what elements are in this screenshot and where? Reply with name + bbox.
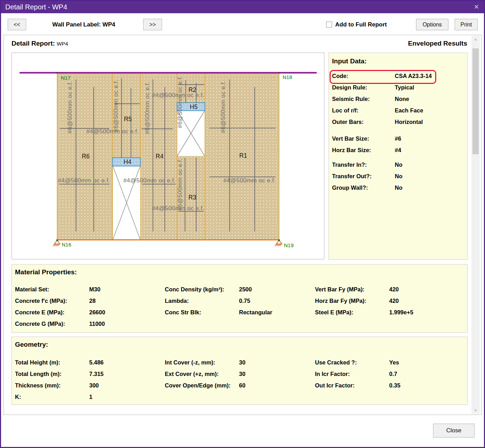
region-label-r6: R6	[82, 153, 90, 160]
row-label: In Icr Factor:	[315, 371, 389, 377]
row-label: Lambda:	[165, 298, 239, 304]
node-n17-dot	[56, 72, 58, 73]
row-value: 5.486	[89, 359, 103, 366]
node-n18-dot	[278, 72, 280, 73]
node-label-n17: N17	[61, 75, 71, 81]
row-label: Conc Str Blk:	[165, 309, 239, 316]
region-label-r5: R5	[124, 116, 132, 123]
add-to-full-report-label: Add to Full Report	[335, 21, 387, 28]
title-bar: Detail Report - WP4 ✕	[1, 1, 484, 13]
close-button[interactable]: Close	[433, 424, 475, 438]
rebar-label: #4@500mm oc e.f.	[223, 177, 276, 184]
row-label: Horz Bar Fy (MPa):	[315, 298, 389, 304]
material-properties-panel: Material Properties: Material Set:M30 Co…	[11, 264, 468, 333]
next-panel-button[interactable]: >>	[143, 19, 162, 30]
detail-report-window: Detail Report - WP4 ✕ << Wall Panel Labe…	[0, 0, 485, 448]
scrollbar-down-icon[interactable]: ▼	[471, 407, 480, 414]
input-data-panel: Input Data: Code:CSA A23.3-14 Design Rul…	[329, 53, 468, 260]
geometry-heading: Geometry:	[15, 341, 48, 348]
options-button[interactable]: Options	[416, 19, 448, 30]
input-row-code: Code:CSA A23.3-14	[332, 73, 432, 80]
row-value: No	[395, 173, 402, 179]
rebar-label: #6@500mm oc e.f.	[177, 76, 183, 128]
scrollbar-up-icon[interactable]: ▲	[471, 36, 480, 43]
row-label: K:	[15, 394, 89, 400]
row-value: 300	[89, 382, 99, 388]
row-value: 26600	[89, 309, 105, 315]
wall-panel-label-value: WP4	[102, 21, 115, 28]
wall-panel-label-text: Wall Panel Label:	[52, 21, 101, 28]
row-value: CSA A23.3-14	[395, 73, 432, 79]
region-label-r2: R2	[188, 86, 196, 93]
row-label: Cover Open/Edge (mm):	[165, 382, 239, 389]
rebar-label: #4@500mm oc e.f.	[58, 177, 110, 184]
rebar-label: #6@500mm oc e.f.	[177, 158, 183, 211]
row-label: Loc of r/f:	[332, 107, 395, 114]
row-value: Yes	[389, 359, 399, 366]
region-label-r3: R3	[188, 194, 196, 201]
opening-label-h5: H5	[190, 103, 198, 110]
geometry-row: Int Cover (-z, mm):30	[165, 359, 311, 366]
geometry-row: Total Height (m):5.486	[15, 359, 161, 366]
material-row: Concrete f'c (MPa):28	[15, 298, 161, 305]
row-label: Material Set:	[15, 286, 89, 293]
rebar-label: #4@500mm oc e.f.	[152, 92, 204, 99]
row-label: Transfer Out?:	[332, 173, 395, 180]
row-label: Seismic Rule:	[332, 96, 395, 102]
material-row: Conc Density (kg/m³):2500	[165, 286, 311, 293]
row-label: Int Cover (-z, mm):	[165, 359, 239, 366]
row-label: Vert Bar Size:	[332, 135, 395, 142]
wall-panel-diagram: #6@500mm oc e.f. #6@500mm oc e.f. #6@500…	[11, 53, 324, 259]
rebar-label: #6@500mm oc e.f.	[67, 81, 73, 133]
row-value: #4	[395, 147, 401, 153]
report-title: Detail Report: WP4	[11, 40, 68, 47]
row-label: Out Icr Factor:	[315, 382, 389, 389]
print-button[interactable]: Print	[455, 19, 478, 30]
window-close-icon[interactable]: ✕	[474, 1, 479, 13]
row-label: Total Length (m):	[15, 371, 89, 377]
row-label: Code:	[332, 73, 395, 79]
material-row: Vert Bar Fy (MPa):420	[315, 286, 465, 293]
input-row-seismic-rule: Seismic Rule:None	[332, 96, 432, 103]
row-value: Horizontal	[395, 119, 423, 125]
row-value: Each Face	[395, 107, 423, 113]
geometry-row: Use Cracked ?:Yes	[315, 359, 465, 366]
input-row-transfer-out: Transfer Out?:No	[332, 173, 432, 180]
row-value: 60	[239, 382, 245, 388]
row-label: Steel E (MPa):	[315, 309, 389, 316]
row-value: 0.7	[389, 371, 397, 377]
report-title-label: Detail Report:	[11, 40, 55, 47]
row-value: 7.315	[89, 371, 103, 377]
row-label: Transfer In?:	[332, 162, 395, 168]
row-value: Typical	[395, 84, 414, 91]
input-row-horz-bar-size: Horz Bar Size:#4	[332, 147, 432, 154]
window-title: Detail Report - WP4	[5, 1, 67, 13]
row-value: 11000	[89, 321, 105, 327]
vertical-scrollbar[interactable]: ▲ ▼	[471, 36, 480, 414]
row-label: Concrete G (MPa):	[15, 321, 89, 327]
wall-panel-label: Wall Panel Label: WP4	[52, 21, 115, 28]
material-row: Concrete G (MPa):11000	[15, 321, 161, 328]
wall-panel-diagram-svg: #6@500mm oc e.f. #6@500mm oc e.f. #6@500…	[12, 53, 324, 259]
row-value: #6	[395, 135, 401, 142]
material-row: Material Set:M30	[15, 286, 161, 293]
row-value: 0.75	[239, 298, 250, 304]
node-label-n18: N18	[283, 74, 292, 80]
geometry-row: Total Length (m):7.315	[15, 371, 161, 378]
rebar-label: #4@500mm oc e.f.	[152, 205, 204, 212]
row-label: Conc Density (kg/m³):	[165, 286, 239, 293]
material-row: Lambda:0.75	[165, 298, 311, 305]
prev-panel-button[interactable]: <<	[8, 19, 26, 30]
add-to-full-report-checkbox[interactable]	[326, 22, 332, 27]
material-row: Conc Str Blk:Rectangular	[165, 309, 311, 316]
row-value: 1.999e+5	[389, 309, 413, 315]
row-value: M30	[89, 286, 100, 292]
scrollbar-thumb[interactable]	[472, 48, 479, 154]
input-row-design-rule: Design Rule:Typical	[332, 84, 432, 91]
input-row-group-wall: Group Wall?:No	[332, 184, 432, 191]
material-row: Steel E (MPa):1.999e+5	[315, 309, 465, 316]
row-label: Concrete E (MPa):	[15, 309, 89, 316]
row-value: 30	[239, 359, 245, 366]
enveloped-results-label: Enveloped Results	[408, 40, 467, 47]
row-label: Thickness (mm):	[15, 382, 89, 389]
